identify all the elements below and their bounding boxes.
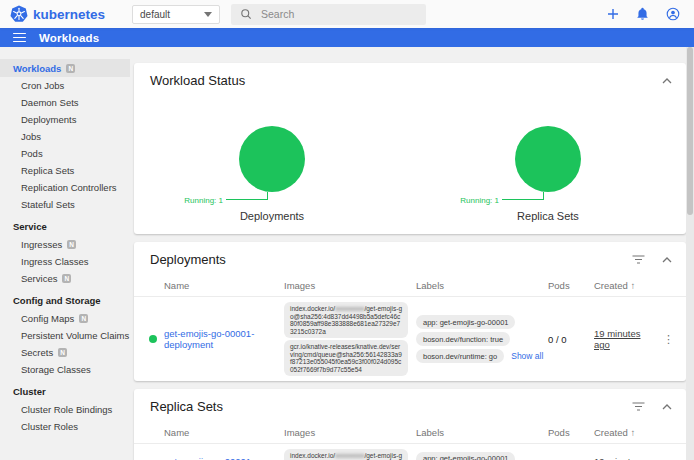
- kubernetes-dashboard: kubernetes default: [0, 0, 694, 460]
- namespace-selector[interactable]: default: [132, 5, 220, 24]
- filter-icon: [632, 255, 645, 264]
- sidebar-item-pods[interactable]: Pods: [0, 145, 130, 162]
- images-cell: index.docker.io/xxxxxxxxx/get-emojis-go@…: [284, 447, 416, 460]
- sidebar-item-storage-classes[interactable]: Storage Classes: [0, 361, 130, 378]
- namespaced-badge-icon: N: [66, 64, 75, 73]
- deployments-title: Deployments: [150, 252, 632, 267]
- deployments-card: Deployments Name Images Labels: [134, 242, 686, 381]
- images-cell: index.docker.io/xxxxxxxxx/get-emojis-go@…: [284, 300, 416, 378]
- filter-button[interactable]: [632, 402, 645, 411]
- sidebar-item-stateful-sets[interactable]: Stateful Sets: [0, 196, 130, 213]
- sidebar-item-cluster-role-bindings[interactable]: Cluster Role Bindings: [0, 401, 130, 418]
- column-header-pods: Pods: [548, 280, 594, 291]
- chevron-up-icon: [662, 78, 672, 84]
- label-chip: app: get-emojis-go-00001: [416, 315, 515, 329]
- sidebar-section-cluster: Cluster: [0, 381, 130, 401]
- sidebar-item-replica-sets[interactable]: Replica Sets: [0, 162, 130, 179]
- sidebar-item-workloads[interactable]: Workloads N: [0, 59, 130, 77]
- redacted-text: xxxxxxxxx: [335, 305, 364, 312]
- chevron-up-icon: [662, 404, 672, 410]
- column-header-created[interactable]: Created ↑: [594, 427, 658, 438]
- redacted-text: xxxxxxxxx: [335, 452, 364, 459]
- sidebar-item-persistent-volume-claims[interactable]: Persistent Volume Claims N: [0, 327, 130, 344]
- sidebar-item-ingresses[interactable]: Ingresses N: [0, 236, 130, 253]
- logo-text: kubernetes: [33, 7, 105, 22]
- filter-button[interactable]: [632, 255, 645, 264]
- workload-status-title: Workload Status: [150, 73, 662, 88]
- created-cell: 19 minutes ago: [594, 456, 658, 460]
- label-chip: boson.dev/runtime: go: [416, 349, 504, 363]
- page-title: Workloads: [39, 32, 99, 44]
- chart-title: Deployments: [134, 210, 410, 222]
- deployments-table-header: Name Images Labels Pods Created ↑: [134, 275, 686, 297]
- row-menu-button[interactable]: ⋮: [658, 333, 678, 346]
- sidebar: Workloads N Cron Jobs Daemon Sets Deploy…: [0, 47, 130, 460]
- legend-running-count: Running: 1: [460, 196, 499, 205]
- table-row: get-emojis-go-00001-deployment- index.do…: [134, 444, 686, 460]
- show-all-labels-link[interactable]: Show all: [511, 351, 543, 361]
- bell-icon: [636, 7, 649, 21]
- column-header-images: Images: [284, 427, 416, 438]
- sidebar-section-service: Service: [0, 216, 130, 236]
- sidebar-item-secrets[interactable]: Secrets N: [0, 344, 130, 361]
- collapse-card-button[interactable]: [662, 404, 672, 410]
- table-row: get-emojis-go-00001-deployment index.doc…: [134, 297, 686, 381]
- sidebar-item-jobs[interactable]: Jobs: [0, 128, 130, 145]
- legend-running-count: Running: 1: [184, 196, 223, 205]
- replica-set-name-link[interactable]: get-emojis-go-00001-deployment-: [164, 456, 284, 460]
- deployment-name-link[interactable]: get-emojis-go-00001-deployment: [164, 328, 284, 350]
- workload-status-charts: Running: 1 Deployments Running: 1 Replic…: [134, 96, 686, 234]
- sidebar-item-cron-jobs[interactable]: Cron Jobs: [0, 77, 130, 94]
- sidebar-item-config-maps[interactable]: Config Maps N: [0, 310, 130, 327]
- column-header-created[interactable]: Created ↑: [594, 280, 658, 291]
- column-header-pods: Pods: [548, 427, 594, 438]
- notifications-button[interactable]: [636, 7, 649, 21]
- sidebar-item-deployments[interactable]: Deployments: [0, 111, 130, 128]
- account-icon: [666, 7, 680, 21]
- pie-running-slice: [239, 126, 305, 192]
- kubernetes-logo[interactable]: kubernetes: [10, 5, 105, 23]
- column-header-name[interactable]: Name: [164, 427, 284, 438]
- created-cell: 19 minutes ago: [594, 328, 658, 350]
- pods-cell: 0 / 0: [548, 334, 594, 345]
- label-chip: app: get-emojis-go-00001: [416, 452, 515, 460]
- namespaced-badge-icon: N: [79, 314, 88, 323]
- collapse-card-button[interactable]: [662, 257, 672, 263]
- workload-status-card: Workload Status Running: 1 Deployments: [134, 63, 686, 234]
- menu-button[interactable]: [13, 33, 26, 43]
- app-header: kubernetes default: [0, 0, 694, 28]
- column-header-images: Images: [284, 280, 416, 291]
- filter-icon: [632, 402, 645, 411]
- sidebar-item-services[interactable]: Services N: [0, 270, 130, 287]
- sidebar-item-daemon-sets[interactable]: Daemon Sets: [0, 94, 130, 111]
- create-resource-button[interactable]: [607, 8, 619, 20]
- pie-running-slice: [515, 126, 581, 192]
- chart-title: Replica Sets: [410, 210, 686, 222]
- scrollbar[interactable]: [686, 47, 694, 460]
- search-icon: [240, 8, 252, 20]
- search-bar[interactable]: [231, 4, 426, 25]
- namespaced-badge-icon: N: [62, 274, 71, 283]
- sort-ascending-icon: ↑: [630, 427, 635, 438]
- legend-connector-line: [226, 192, 268, 200]
- image-chip: gcr.io/knative-releases/knative.dev/serv…: [284, 340, 408, 376]
- scrollbar-thumb[interactable]: [687, 47, 693, 215]
- sidebar-item-ingress-classes[interactable]: Ingress Classes: [0, 253, 130, 270]
- header-actions: [607, 7, 680, 21]
- replica-sets-pie-chart: Running: 1 Replica Sets: [410, 104, 686, 222]
- sidebar-item-replication-controllers[interactable]: Replication Controllers: [0, 179, 130, 196]
- sidebar-item-cluster-roles[interactable]: Cluster Roles: [0, 418, 130, 435]
- namespace-selected-value: default: [140, 9, 170, 20]
- user-menu-button[interactable]: [666, 7, 680, 21]
- namespaced-badge-icon: N: [67, 240, 76, 249]
- namespaced-badge-icon: N: [58, 348, 67, 357]
- search-input[interactable]: [261, 8, 401, 20]
- image-chip: index.docker.io/xxxxxxxxx/get-emojis-go@…: [284, 302, 408, 338]
- column-header-name[interactable]: Name: [164, 280, 284, 291]
- main-content: Workload Status Running: 1 Deployments: [130, 47, 686, 460]
- column-header-labels: Labels: [416, 280, 548, 291]
- collapse-card-button[interactable]: [662, 78, 672, 84]
- image-chip: index.docker.io/xxxxxxxxx/get-emojis-go@…: [284, 449, 408, 460]
- deployments-pie-chart: Running: 1 Deployments: [134, 104, 410, 222]
- status-ok-icon: [149, 335, 157, 343]
